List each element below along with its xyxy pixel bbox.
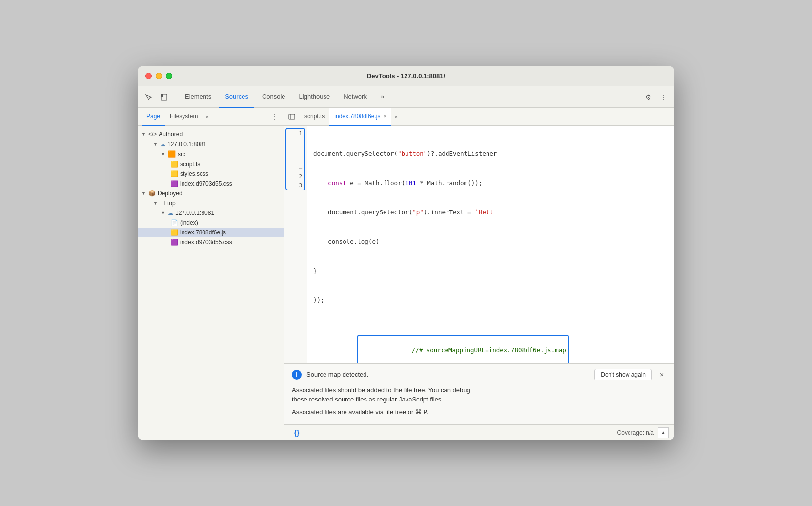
toolbar-separator <box>175 92 175 102</box>
sub-tabs: Page Filesystem » ⋮ <box>138 108 284 126</box>
cloud-icon-deployed: ☁ <box>168 210 173 216</box>
tab-lighthouse[interactable]: Lighthouse <box>293 86 336 108</box>
code-line-6: )); <box>313 295 674 305</box>
tab-sources[interactable]: Sources <box>219 86 254 108</box>
close-button[interactable] <box>145 73 152 79</box>
file-tabs: script.ts index.7808df6e.js × » <box>284 108 674 126</box>
file-icon-index-js: 🟨 <box>171 229 178 236</box>
minimize-button[interactable] <box>156 73 162 79</box>
arrow-src: ▼ <box>161 152 166 157</box>
coverage-text: Coverage: n/a <box>617 429 654 436</box>
code-line-3: document.querySelector("p").innerText = … <box>313 208 674 217</box>
file-tab-more[interactable]: » <box>391 112 400 122</box>
tree-styles-scss[interactable]: 🟨 styles.scss <box>138 169 284 179</box>
arrow-deployed-host: ▼ <box>161 211 166 215</box>
line-num-dash-3: – <box>284 155 307 164</box>
tree-src[interactable]: ▼ 🟧 src <box>138 149 284 159</box>
right-panel: script.ts index.7808df6e.js × » 1 – – – <box>284 108 674 440</box>
format-button[interactable]: {} <box>290 426 304 440</box>
line-num-3: 3 <box>284 181 307 190</box>
code-content[interactable]: document.querySelector("button")?.addEve… <box>307 126 674 363</box>
sub-tab-filesystem[interactable]: Filesystem <box>165 108 203 126</box>
code-line-7: //# sourceMappingURL=index.7808df6e.js.m… <box>313 325 674 363</box>
window-title: DevTools - 127.0.0.1:8081/ <box>367 72 445 80</box>
info-text-1: Associated files should be added to the … <box>292 385 667 404</box>
file-tab-script-ts-label: script.ts <box>304 113 325 120</box>
index-label: (index) <box>180 219 198 226</box>
tree-deployed-host[interactable]: ▼ ☁ 127.0.0.1:8081 <box>138 208 284 218</box>
file-tab-script-ts[interactable]: script.ts <box>300 108 329 126</box>
cloud-icon-authored: ☁ <box>160 141 165 148</box>
line-num-dash-1: – <box>284 138 307 147</box>
settings-icon[interactable]: ⚙ <box>641 90 655 104</box>
file-tab-close-icon[interactable]: × <box>383 113 386 119</box>
svg-rect-2 <box>289 114 295 119</box>
titlebar: DevTools - 127.0.0.1:8081/ <box>138 66 674 86</box>
info-bar: i Source map detected. Don't show again … <box>284 363 674 425</box>
deployed-host-label: 127.0.0.1:8081 <box>175 210 214 216</box>
maximize-button[interactable] <box>166 73 172 79</box>
toggle-sidebar-icon[interactable] <box>286 111 298 123</box>
scroll-to-top-icon[interactable]: ▲ <box>658 427 669 438</box>
authored-label: Authored <box>159 131 183 138</box>
arrow-top: ▼ <box>153 201 158 206</box>
tree-authored-host[interactable]: ▼ ☁ 127.0.0.1:8081 <box>138 139 284 149</box>
sub-tab-actions: ⋮ <box>269 111 280 122</box>
line-num-dash-4: – <box>284 164 307 172</box>
script-ts-label: script.ts <box>180 161 200 168</box>
code-area: 1 – – – – 2 3 document.querySelector("bu… <box>284 126 674 363</box>
file-tab-index-js-label: index.7808df6e.js <box>334 113 380 120</box>
line-num-2: 2 <box>284 172 307 181</box>
new-file-icon[interactable]: ⋮ <box>269 111 280 122</box>
line-numbers: 1 – – – – 2 3 <box>284 126 307 363</box>
deployed-label: Deployed <box>158 190 183 197</box>
src-label: src <box>178 151 185 158</box>
arrow-authored: ▼ <box>142 132 146 137</box>
file-tab-index-js[interactable]: index.7808df6e.js × <box>329 108 391 126</box>
tree-index[interactable]: 📄 (index) <box>138 218 284 228</box>
cursor-icon[interactable] <box>142 90 155 104</box>
top-icon: ☐ <box>160 200 165 207</box>
index-css-deployed-label: index.d9703d55.css <box>180 239 232 246</box>
tab-console[interactable]: Console <box>256 86 291 108</box>
file-icon-styles-scss: 🟨 <box>171 170 178 177</box>
source-map-title: Source map detected. <box>306 371 368 378</box>
code-line-1: document.querySelector("button")?.addEve… <box>313 149 674 159</box>
info-bar-header: i Source map detected. Don't show again … <box>292 369 667 380</box>
code-line-4: console.log(e) <box>313 237 674 247</box>
left-panel: Page Filesystem » ⋮ ▼ </> Authored ▼ ☁ <box>138 108 284 440</box>
tree-index-css-deployed[interactable]: 🟪 index.d9703d55.css <box>138 237 284 247</box>
index-css-authored-label: index.d9703d55.css <box>180 180 232 187</box>
inspect-icon[interactable] <box>157 90 171 104</box>
toolbar: Elements Sources Console Lighthouse Netw… <box>138 86 674 108</box>
tab-more[interactable]: » <box>375 86 390 108</box>
sub-tab-page[interactable]: Page <box>142 108 165 126</box>
tree-authored[interactable]: ▼ </> Authored <box>138 129 284 139</box>
tree-top[interactable]: ▼ ☐ top <box>138 198 284 208</box>
code-line-5: } <box>313 266 674 276</box>
authored-icon: </> <box>148 131 157 138</box>
line-num-dash-2: – <box>284 147 307 155</box>
info-text-2: Associated files are available via file … <box>292 407 667 417</box>
more-options-icon[interactable]: ⋮ <box>657 90 670 104</box>
close-info-icon[interactable]: × <box>657 370 667 380</box>
file-icon-script-ts: 🟨 <box>171 161 178 168</box>
tree-index-css-authored[interactable]: 🟪 index.d9703d55.css <box>138 179 284 189</box>
code-line-2: const e = Math.floor(101 * Math.random()… <box>313 178 674 188</box>
bottom-bar: {} Coverage: n/a ▲ <box>284 424 674 440</box>
sub-tab-more[interactable]: » <box>203 112 211 122</box>
tab-elements[interactable]: Elements <box>179 86 217 108</box>
tree-script-ts[interactable]: 🟨 script.ts <box>138 159 284 169</box>
line-num-1: 1 <box>284 129 307 138</box>
deployed-icon: 📦 <box>148 190 156 197</box>
tab-network[interactable]: Network <box>338 86 373 108</box>
arrow-deployed: ▼ <box>142 191 146 196</box>
folder-icon-src: 🟧 <box>168 150 176 158</box>
devtools-window: DevTools - 127.0.0.1:8081/ Elements Sour… <box>138 66 674 440</box>
arrow-authored-host: ▼ <box>153 142 158 147</box>
svg-rect-1 <box>161 94 163 97</box>
tree-index-js[interactable]: 🟨 index.7808df6e.js <box>138 228 284 237</box>
file-icon-index-css-deployed: 🟪 <box>171 239 178 246</box>
tree-deployed[interactable]: ▼ 📦 Deployed <box>138 189 284 198</box>
dont-show-button[interactable]: Don't show again <box>594 369 652 380</box>
